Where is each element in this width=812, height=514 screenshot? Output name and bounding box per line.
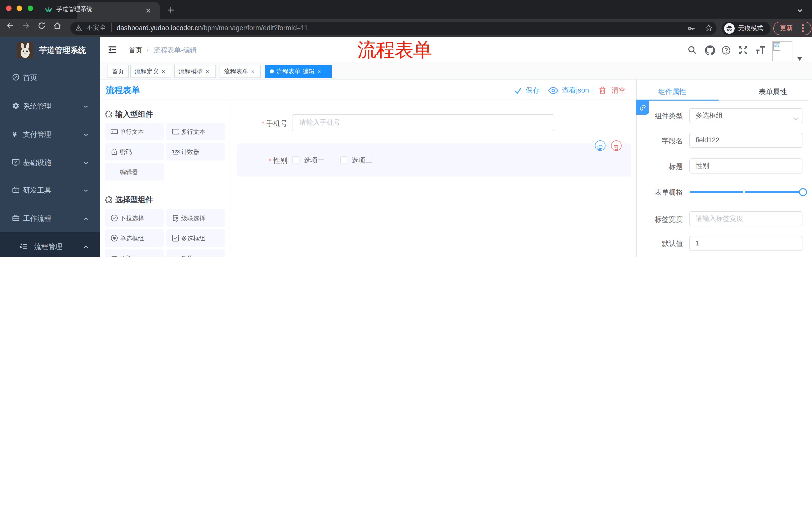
svg-text:123: 123 [172,149,179,154]
